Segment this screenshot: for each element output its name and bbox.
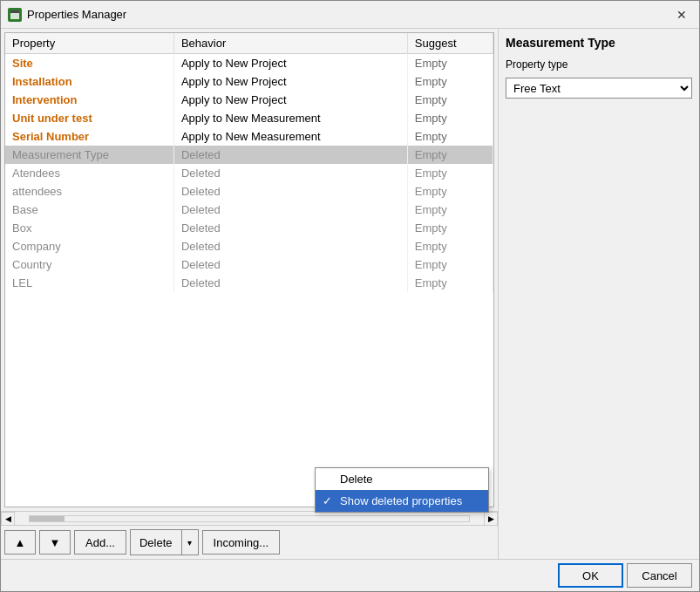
behavior-cell: Apply to New Project xyxy=(173,72,407,91)
table-row[interactable]: Unit under testApply to New MeasurementE… xyxy=(5,109,493,127)
behavior-cell: Deleted xyxy=(173,255,407,274)
property-name-cell: Site xyxy=(5,54,173,73)
ok-button[interactable]: OK xyxy=(558,563,623,588)
window-inner: Property Behavior Suggest SiteApply to N… xyxy=(1,29,699,591)
property-name-cell: Atendees xyxy=(5,164,173,182)
dropdown-menu: DeleteShow deleted properties xyxy=(315,467,489,513)
property-name-cell: Installation xyxy=(5,72,173,91)
property-type-label: Property type xyxy=(506,58,692,71)
behavior-cell: Apply to New Project xyxy=(173,54,407,73)
right-panel-title: Measurement Type xyxy=(506,36,692,50)
properties-table-container[interactable]: Property Behavior Suggest SiteApply to N… xyxy=(4,32,494,507)
button-bar: ▲ ▼ Add... Delete ▾ Incoming... xyxy=(1,525,498,559)
property-name-cell: Box xyxy=(5,219,173,237)
behavior-cell: Apply to New Measurement xyxy=(173,109,407,127)
property-name-cell: Serial Number xyxy=(5,127,173,146)
suggest-cell: Empty xyxy=(407,255,493,274)
delete-split-button[interactable]: Delete ▾ xyxy=(130,529,199,555)
delete-button[interactable]: Delete xyxy=(131,530,182,555)
property-type-wrapper: Free TextNumericDateBooleanList xyxy=(506,78,692,99)
property-type-select[interactable]: Free TextNumericDateBooleanList xyxy=(506,78,692,99)
behavior-cell: Deleted xyxy=(173,182,407,201)
behavior-cell: Deleted xyxy=(173,201,407,219)
suggest-cell: Empty xyxy=(407,72,493,91)
table-row[interactable]: AtendeesDeletedEmpty xyxy=(5,164,493,182)
behavior-cell: Deleted xyxy=(173,146,407,164)
incoming-button[interactable]: Incoming... xyxy=(202,530,281,555)
property-name-cell: attendees xyxy=(5,182,173,201)
property-name-cell: Measurement Type xyxy=(5,146,173,164)
scroll-left-button[interactable]: ◀ xyxy=(1,512,15,526)
table-row[interactable]: LELDeletedEmpty xyxy=(5,274,493,292)
property-name-cell: Base xyxy=(5,201,173,219)
table-row[interactable]: InstallationApply to New ProjectEmpty xyxy=(5,72,493,91)
right-panel: Measurement Type Property type Free Text… xyxy=(499,29,699,559)
close-button[interactable]: ✕ xyxy=(671,4,692,25)
properties-table: Property Behavior Suggest SiteApply to N… xyxy=(5,33,493,292)
table-row[interactable]: Serial NumberApply to New MeasurementEmp… xyxy=(5,127,493,146)
table-row[interactable]: InterventionApply to New ProjectEmpty xyxy=(5,91,493,109)
delete-dropdown-arrow[interactable]: ▾ xyxy=(182,530,198,555)
column-header-property: Property xyxy=(5,33,173,54)
bottom-buttons: OK Cancel xyxy=(1,559,699,591)
behavior-cell: Deleted xyxy=(173,164,407,182)
scroll-right-button[interactable]: ▶ xyxy=(484,512,498,526)
scrollbar-thumb[interactable] xyxy=(30,516,65,521)
svg-rect-1 xyxy=(10,10,19,13)
dropdown-menu-item[interactable]: Show deleted properties xyxy=(316,490,488,512)
table-row[interactable]: CountryDeletedEmpty xyxy=(5,255,493,274)
behavior-cell: Apply to New Measurement xyxy=(173,127,407,146)
dropdown-menu-item[interactable]: Delete xyxy=(316,468,488,490)
table-row[interactable]: BaseDeletedEmpty xyxy=(5,201,493,219)
suggest-cell: Empty xyxy=(407,91,493,109)
table-row[interactable]: attendeesDeletedEmpty xyxy=(5,182,493,201)
app-icon xyxy=(8,8,22,22)
suggest-cell: Empty xyxy=(407,201,493,219)
property-name-cell: Intervention xyxy=(5,91,173,109)
suggest-cell: Empty xyxy=(407,219,493,237)
suggest-cell: Empty xyxy=(407,127,493,146)
title-bar: Properties Manager ✕ xyxy=(1,1,699,29)
property-name-cell: Country xyxy=(5,255,173,274)
table-row[interactable]: CompanyDeletedEmpty xyxy=(5,237,493,255)
behavior-cell: Apply to New Project xyxy=(173,91,407,109)
column-header-behavior: Behavior xyxy=(173,33,407,54)
suggest-cell: Empty xyxy=(407,182,493,201)
properties-manager-window: Properties Manager ✕ Property Behavior S… xyxy=(0,0,700,592)
table-row[interactable]: Measurement TypeDeletedEmpty xyxy=(5,146,493,164)
scrollbar-track[interactable] xyxy=(29,515,470,522)
suggest-cell: Empty xyxy=(407,54,493,73)
cancel-button[interactable]: Cancel xyxy=(627,563,692,588)
move-down-button[interactable]: ▼ xyxy=(39,530,71,555)
suggest-cell: Empty xyxy=(407,164,493,182)
behavior-cell: Deleted xyxy=(173,274,407,292)
behavior-cell: Deleted xyxy=(173,219,407,237)
move-up-button[interactable]: ▲ xyxy=(4,530,36,555)
property-name-cell: LEL xyxy=(5,274,173,292)
suggest-cell: Empty xyxy=(407,146,493,164)
add-button[interactable]: Add... xyxy=(74,530,126,555)
suggest-cell: Empty xyxy=(407,274,493,292)
suggest-cell: Empty xyxy=(407,109,493,127)
suggest-cell: Empty xyxy=(407,237,493,255)
column-header-suggest: Suggest xyxy=(407,33,493,54)
table-row[interactable]: SiteApply to New ProjectEmpty xyxy=(5,54,493,73)
horizontal-scrollbar[interactable]: ◀ ▶ xyxy=(1,511,498,525)
table-row[interactable]: BoxDeletedEmpty xyxy=(5,219,493,237)
behavior-cell: Deleted xyxy=(173,237,407,255)
property-name-cell: Company xyxy=(5,237,173,255)
window-title: Properties Manager xyxy=(27,8,666,21)
property-name-cell: Unit under test xyxy=(5,109,173,127)
